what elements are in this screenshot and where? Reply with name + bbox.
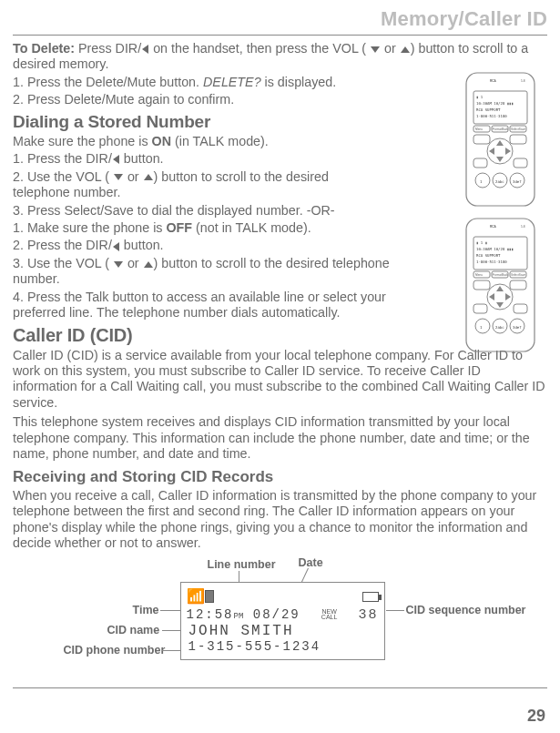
text: on the handset, then press the VOL ( (149, 41, 370, 56)
svg-rect-12 (473, 135, 490, 144)
label-cid-phone: CID phone number (64, 644, 166, 657)
text: 1. Press the DIR/ (13, 151, 112, 166)
text: or (124, 169, 143, 184)
text: Make sure the phone is (13, 134, 152, 148)
label-date: Date (299, 556, 323, 569)
svg-text:1-800-511-3180: 1-800-511-3180 (476, 114, 507, 118)
dialing-section: Make sure the phone is ON (in TALK mode)… (13, 134, 359, 219)
svg-rect-0 (466, 73, 535, 206)
text: 1. Press the Delete/Mute button. (13, 75, 203, 89)
leader-line (160, 610, 182, 611)
cid-phone-value: 1-315-555-1234 (181, 639, 384, 654)
down-triangle-icon (114, 261, 123, 268)
svg-text:RCA SUPPORT: RCA SUPPORT (476, 253, 501, 258)
svg-text:1: 1 (480, 179, 483, 184)
leader-line (386, 610, 404, 611)
svg-text:5.8: 5.8 (521, 79, 525, 83)
dialing-alt-section: 1. Make sure the phone is OFF (not in TA… (13, 220, 391, 321)
svg-text:Menu: Menu (475, 127, 483, 131)
footer-rule (13, 687, 547, 688)
leader-line (162, 650, 182, 651)
label-cid-seq: CID sequence number (406, 604, 526, 616)
left-triangle-icon (142, 45, 148, 54)
text: 3. Press Select/Save to dial the display… (13, 203, 359, 219)
to-delete-label: To Delete: (13, 41, 75, 56)
left-triangle-icon (113, 155, 119, 164)
antenna-icon: 📶 (187, 589, 205, 604)
up-triangle-icon (144, 261, 153, 268)
text: or (124, 256, 143, 270)
line-indicator-icon (205, 590, 214, 603)
handset-illustration-2: ▮ 1 ▮ 10:30AM 10/28 ▮▮▮ RCA SUPPORT 1-80… (457, 217, 544, 353)
label-line-number: Line number (208, 558, 276, 571)
svg-rect-13 (510, 135, 526, 144)
text: Caller ID (CID) is a service available f… (13, 348, 547, 412)
svg-text:FormatBack: FormatBack (493, 127, 509, 131)
down-triangle-icon (114, 174, 123, 180)
svg-text:Menu: Menu (475, 273, 483, 277)
down-triangle-icon (371, 46, 380, 53)
battery-icon (362, 592, 379, 602)
recv-heading: Receiving and Storing CID Records (13, 468, 547, 486)
text: When you receive a call, Caller ID infor… (13, 488, 547, 552)
text: 2. Use the VOL ( (13, 169, 113, 184)
cid-diagram: Line number Date Time CID name CID phone… (25, 556, 535, 684)
label-time: Time (133, 604, 159, 616)
text: 2. Press the DIR/ (13, 238, 112, 252)
up-triangle-icon (144, 174, 153, 180)
svg-text:10:30AM 10/28 ▮▮▮: 10:30AM 10/28 ▮▮▮ (476, 247, 514, 251)
cid-section: Caller ID (CID) is a service available f… (13, 348, 547, 463)
text: button. (120, 151, 164, 166)
section-header: Memory/Caller ID (13, 7, 547, 31)
svg-point-17 (475, 173, 490, 188)
handset-illustration-1: ▮ 1 10:30AM 10/28 ▮▮▮ RCA SUPPORT 1-800-… (457, 71, 544, 208)
label-cid-name: CID name (107, 624, 160, 636)
svg-text:RCA: RCA (490, 225, 497, 229)
svg-text:SelectSave: SelectSave (511, 273, 525, 277)
text: 4. Press the Talk button to access an av… (13, 290, 391, 321)
up-triangle-icon (401, 46, 410, 53)
top-rule (13, 35, 547, 36)
cid-screen: 📶 12:58PM 08/29 NEWCALL 38 JOHN SMITH 1-… (180, 582, 385, 660)
cid-time: 12:58 (187, 607, 234, 622)
svg-rect-16 (514, 158, 527, 168)
svg-rect-25 (466, 219, 535, 351)
text: 1. Make sure the phone is (13, 220, 166, 235)
svg-rect-41 (514, 304, 527, 313)
off-label: OFF (166, 220, 192, 235)
cid-ampm: PM (234, 612, 244, 621)
cid-seq-number: 38 (358, 607, 378, 623)
svg-point-42 (475, 319, 490, 333)
svg-text:▮  1: ▮ 1 (476, 95, 484, 99)
cid-date: 08/29 (253, 607, 300, 622)
svg-text:RCA SUPPORT: RCA SUPPORT (476, 107, 501, 112)
text: 3. Use the VOL ( (13, 256, 113, 270)
text: (in TALK mode). (171, 134, 269, 148)
svg-text:▮ 1            ▮: ▮ 1 ▮ (476, 240, 487, 245)
svg-rect-40 (473, 304, 487, 313)
on-label: ON (152, 134, 171, 148)
svg-text:2abc: 2abc (495, 325, 504, 330)
recv-section: When you receive a call, Caller ID infor… (13, 488, 547, 552)
svg-text:FormatBack: FormatBack (493, 273, 509, 277)
svg-rect-15 (473, 158, 487, 168)
new-call-label: NEWCALL (321, 609, 338, 621)
text: 2. Press Delete/Mute again to confirm. (13, 92, 359, 107)
text: or (381, 41, 400, 56)
svg-text:RCA: RCA (490, 79, 497, 83)
page-number: 29 (527, 707, 545, 726)
svg-text:SelectSave: SelectSave (511, 127, 525, 131)
delete-prompt: DELETE? (203, 75, 261, 89)
leader-line (162, 630, 182, 631)
svg-text:3def: 3def (513, 325, 522, 330)
text: is displayed. (261, 75, 337, 89)
text: button. (120, 238, 164, 252)
svg-text:1: 1 (480, 325, 483, 330)
svg-text:5.8: 5.8 (521, 225, 525, 229)
text: (not in TALK mode). (192, 220, 311, 235)
svg-text:2abc: 2abc (495, 179, 504, 184)
svg-text:10:30AM 10/28 ▮▮▮: 10:30AM 10/28 ▮▮▮ (476, 101, 514, 106)
cid-name-value: JOHN SMITH (181, 623, 384, 639)
svg-rect-38 (510, 280, 526, 290)
svg-text:3def: 3def (513, 179, 522, 184)
